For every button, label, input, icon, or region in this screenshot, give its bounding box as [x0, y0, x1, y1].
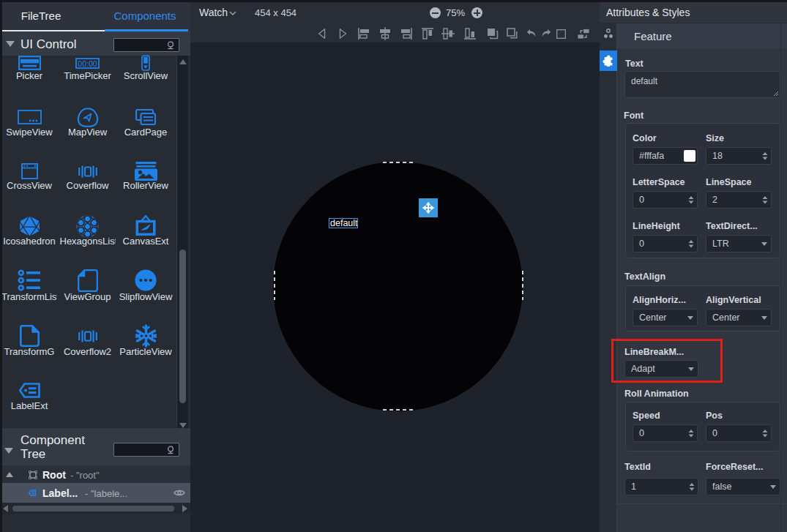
svg-text:00:00: 00:00 [78, 59, 97, 67]
